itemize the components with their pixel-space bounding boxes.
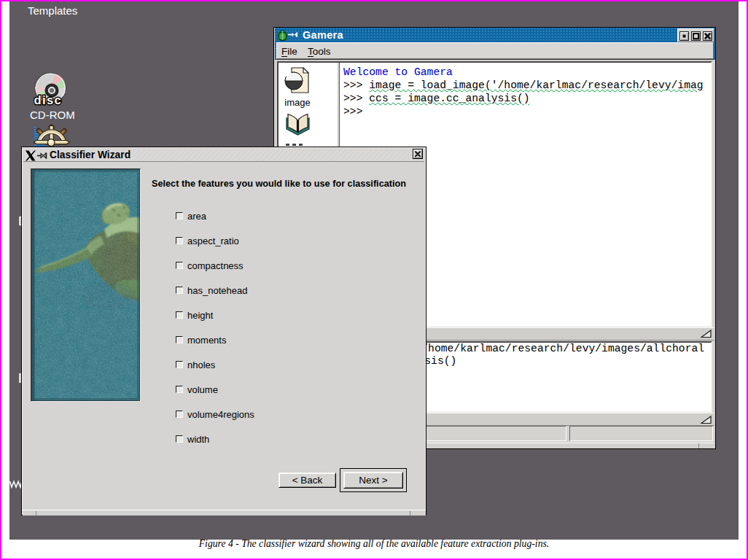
svg-text:disc: disc — [34, 93, 63, 106]
